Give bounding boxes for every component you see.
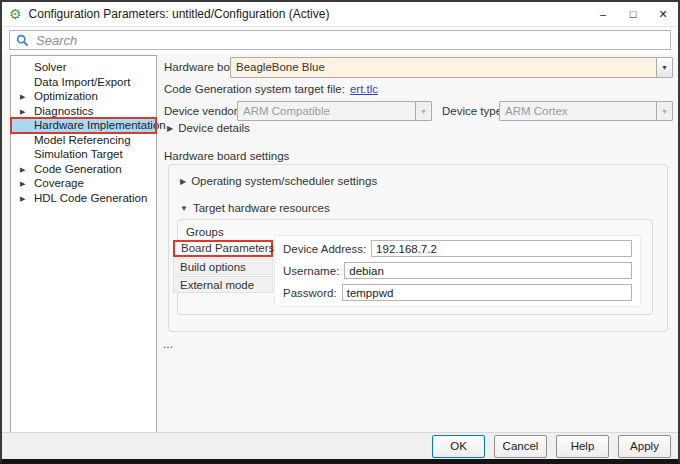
group-item-label: Build options bbox=[180, 261, 246, 273]
sidebar-item-label: Solver bbox=[34, 61, 67, 73]
target-file-row: Code Generation system target file: ert.… bbox=[164, 83, 378, 95]
device-type-value: ARM Cortex bbox=[500, 102, 656, 120]
apply-button[interactable]: Apply bbox=[618, 435, 671, 458]
sidebar-item-label: Simulation Target bbox=[34, 148, 123, 160]
search-box[interactable] bbox=[9, 30, 671, 50]
sidebar-item-label: Optimization bbox=[34, 90, 98, 102]
search-input[interactable] bbox=[34, 32, 670, 49]
expand-arrow-icon[interactable]: ▶ bbox=[20, 177, 25, 192]
expand-arrow-icon[interactable]: ▶ bbox=[180, 177, 186, 186]
username-label: Username: bbox=[283, 265, 339, 277]
search-icon bbox=[16, 34, 29, 47]
group-item-label: External mode bbox=[180, 279, 254, 291]
device-vendor-value: ARM Compatible bbox=[238, 102, 415, 120]
sidebar-item-hdl-code-generation[interactable]: ▶ HDL Code Generation bbox=[11, 191, 156, 206]
dropdown-arrow-icon: ▼ bbox=[656, 102, 672, 120]
group-item-build-options[interactable]: Build options bbox=[173, 258, 273, 275]
device-type-label: Device type: bbox=[442, 105, 505, 117]
group-item-label: Board Parameters bbox=[181, 242, 274, 254]
title-bar: ⚙ Configuration Parameters: untitled/Con… bbox=[2, 2, 678, 27]
settings-tree-sidebar: Solver Data Import/Export ▶ Optimization… bbox=[10, 55, 157, 434]
maximize-button[interactable]: □ bbox=[618, 2, 648, 26]
hardware-board-combobox[interactable]: BeagleBone Blue ▼ bbox=[230, 57, 673, 78]
device-address-input[interactable] bbox=[371, 240, 632, 257]
group-item-external-mode[interactable]: External mode bbox=[173, 276, 273, 293]
username-input[interactable] bbox=[344, 262, 632, 279]
cancel-button[interactable]: Cancel bbox=[494, 435, 547, 458]
sidebar-item-hardware-implementation[interactable]: Hardware Implementation bbox=[11, 118, 156, 133]
ok-button[interactable]: OK bbox=[432, 435, 485, 458]
target-file-link[interactable]: ert.tlc bbox=[350, 83, 378, 95]
target-hardware-resources-label: Target hardware resources bbox=[193, 202, 330, 214]
device-details-toggle[interactable]: ▶ Device details bbox=[167, 122, 250, 134]
more-settings-ellipsis: ... bbox=[163, 337, 173, 351]
sidebar-item-label: Coverage bbox=[34, 177, 84, 189]
sidebar-item-label: Model Referencing bbox=[34, 134, 131, 146]
group-item-board-parameters[interactable]: Board Parameters bbox=[173, 240, 273, 257]
device-address-row: Device Address: bbox=[283, 240, 632, 257]
target-file-label: Code Generation system target file: bbox=[164, 83, 345, 95]
expand-arrow-icon[interactable]: ▶ bbox=[20, 192, 25, 207]
hardware-board-value: BeagleBone Blue bbox=[231, 58, 656, 77]
expand-arrow-icon[interactable]: ▶ bbox=[167, 124, 173, 133]
password-label: Password: bbox=[283, 287, 337, 299]
target-hardware-resources-toggle[interactable]: ▼ Target hardware resources bbox=[180, 202, 330, 214]
sidebar-item-label: Hardware Implementation bbox=[34, 119, 166, 131]
sidebar-item-model-referencing[interactable]: Model Referencing bbox=[11, 133, 156, 148]
groups-list: Board Parameters Build options External … bbox=[173, 240, 273, 294]
expand-arrow-icon[interactable]: ▶ bbox=[20, 105, 25, 120]
minimize-button[interactable]: – bbox=[588, 2, 618, 26]
os-scheduler-settings-label: Operating system/scheduler settings bbox=[191, 175, 377, 187]
dropdown-arrow-icon: ▼ bbox=[415, 102, 431, 120]
sidebar-item-diagnostics[interactable]: ▶ Diagnostics bbox=[11, 104, 156, 119]
board-parameters-fields-panel: Device Address: Username: Password: bbox=[274, 235, 641, 307]
dialog-footer: OK Cancel Help Apply bbox=[2, 432, 678, 459]
configuration-parameters-window: ⚙ Configuration Parameters: untitled/Con… bbox=[0, 0, 680, 464]
gear-app-icon: ⚙ bbox=[9, 7, 22, 21]
dropdown-arrow-icon[interactable]: ▼ bbox=[656, 58, 672, 77]
username-row: Username: bbox=[283, 262, 632, 279]
os-scheduler-settings-toggle[interactable]: ▶ Operating system/scheduler settings bbox=[180, 175, 377, 187]
sidebar-item-code-generation[interactable]: ▶ Code Generation bbox=[11, 162, 156, 177]
sidebar-item-coverage[interactable]: ▶ Coverage bbox=[11, 176, 156, 191]
device-type-combobox: ARM Cortex ▼ bbox=[499, 101, 673, 121]
close-button[interactable]: ✕ bbox=[648, 2, 678, 26]
device-vendor-combobox: ARM Compatible ▼ bbox=[237, 101, 432, 121]
sidebar-item-solver[interactable]: Solver bbox=[11, 60, 156, 75]
groups-label: Groups bbox=[186, 226, 224, 238]
sidebar-item-simulation-target[interactable]: Simulation Target bbox=[11, 147, 156, 162]
expand-arrow-icon[interactable]: ▶ bbox=[20, 163, 25, 178]
window-controls: – □ ✕ bbox=[588, 2, 678, 26]
sidebar-item-label: Diagnostics bbox=[34, 105, 93, 117]
password-input[interactable] bbox=[342, 284, 632, 301]
sidebar-item-label: HDL Code Generation bbox=[34, 192, 147, 204]
sidebar-item-data-import-export[interactable]: Data Import/Export bbox=[11, 75, 156, 90]
hardware-board-settings-heading: Hardware board settings bbox=[164, 150, 289, 162]
sidebar-item-optimization[interactable]: ▶ Optimization bbox=[11, 89, 156, 104]
password-row: Password: bbox=[283, 284, 632, 301]
device-address-label: Device Address: bbox=[283, 243, 366, 255]
sidebar-item-label: Data Import/Export bbox=[34, 76, 131, 88]
collapse-arrow-icon[interactable]: ▼ bbox=[180, 204, 188, 213]
search-row bbox=[2, 27, 678, 54]
help-button[interactable]: Help bbox=[556, 435, 609, 458]
device-details-label: Device details bbox=[178, 122, 250, 134]
device-vendor-label: Device vendor: bbox=[164, 105, 241, 117]
sidebar-item-label: Code Generation bbox=[34, 163, 122, 175]
expand-arrow-icon[interactable]: ▶ bbox=[20, 90, 25, 105]
window-title: Configuration Parameters: untitled/Confi… bbox=[29, 7, 330, 21]
